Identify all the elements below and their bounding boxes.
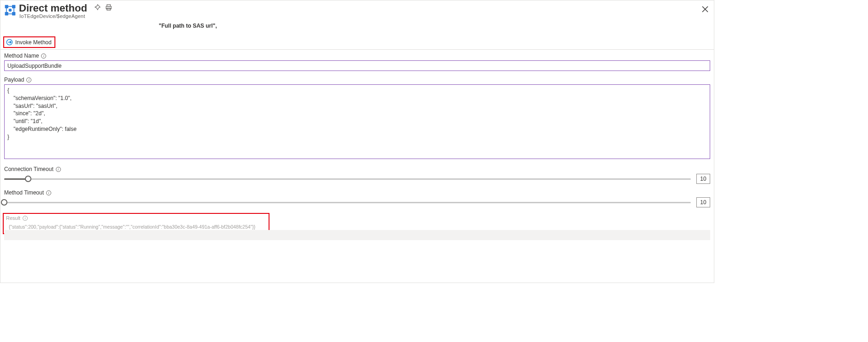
svg-rect-0 — [5, 5, 8, 8]
info-icon[interactable]: i — [41, 53, 46, 59]
title-block: Direct method — [19, 2, 710, 19]
pin-icon[interactable] — [94, 4, 101, 12]
result-label: Result — [6, 215, 20, 221]
connection-timeout-label: Connection Timeout — [4, 166, 54, 172]
close-button[interactable] — [701, 5, 709, 13]
result-output-bg — [4, 230, 710, 240]
method-name-field: Method Name i — [4, 53, 710, 71]
connection-timeout-slider[interactable] — [4, 174, 691, 184]
payload-field: Payload i — [4, 77, 710, 160]
method-timeout-slider[interactable] — [4, 197, 691, 207]
invoke-arrow-icon — [6, 39, 13, 46]
connection-timeout-field: Connection Timeout i 10 — [4, 166, 710, 184]
method-name-input[interactable] — [4, 60, 710, 71]
method-timeout-field: Method Timeout i 10 — [4, 189, 710, 207]
payload-label: Payload — [4, 77, 24, 83]
method-name-label: Method Name — [4, 53, 39, 59]
invoke-method-label: Invoke Method — [15, 39, 52, 46]
svg-rect-3 — [12, 12, 15, 15]
svg-point-4 — [9, 9, 12, 12]
info-icon[interactable]: i — [26, 77, 31, 83]
connection-timeout-value: 10 — [696, 174, 710, 184]
info-icon[interactable]: i — [23, 216, 28, 221]
panel-header: Direct method — [0, 0, 714, 20]
method-timeout-value: 10 — [696, 197, 710, 207]
direct-method-panel: Direct method — [0, 0, 714, 283]
svg-rect-1 — [12, 5, 15, 8]
method-timeout-label: Method Timeout — [4, 189, 44, 196]
page-title: Direct method — [19, 2, 87, 14]
svg-rect-2 — [5, 12, 8, 15]
svg-rect-6 — [8, 13, 12, 14]
print-icon[interactable] — [105, 4, 112, 12]
svg-rect-8 — [13, 8, 14, 12]
payload-input[interactable] — [4, 84, 710, 159]
sas-url-hint: "Full path to SAS url", — [159, 23, 217, 29]
info-icon[interactable]: i — [56, 167, 61, 172]
invoke-method-button[interactable]: Invoke Method — [3, 36, 55, 48]
page-subtitle: IoTEdgeDevice/$edgeAgent — [19, 13, 710, 19]
iot-device-icon — [4, 4, 16, 16]
svg-rect-7 — [6, 8, 7, 12]
svg-rect-5 — [8, 6, 12, 7]
info-icon[interactable]: i — [46, 190, 51, 195]
